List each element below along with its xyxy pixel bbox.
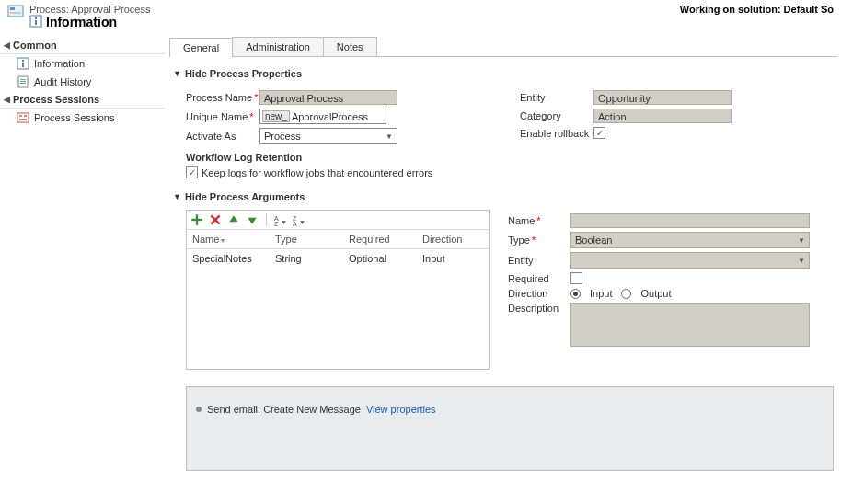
svg-rect-2 xyxy=(10,12,21,14)
process-icon xyxy=(7,4,24,22)
svg-marker-25 xyxy=(282,221,286,224)
sidebar-item-information[interactable]: Information xyxy=(0,54,165,73)
delete-icon[interactable] xyxy=(209,213,222,226)
window-header: Process: Approval Process Information Wo… xyxy=(0,0,841,33)
sort-asc-icon[interactable]: AZ xyxy=(274,213,287,226)
category-label: Category xyxy=(520,110,593,121)
add-icon[interactable] xyxy=(190,213,203,226)
direction-input-radio[interactable] xyxy=(570,289,581,299)
svg-rect-13 xyxy=(17,113,29,122)
tab-general[interactable]: General xyxy=(169,38,233,57)
page-title: Information xyxy=(46,15,117,29)
arg-description-field[interactable] xyxy=(570,303,810,347)
svg-rect-8 xyxy=(22,63,24,67)
svg-rect-14 xyxy=(19,115,22,117)
svg-rect-11 xyxy=(20,81,26,82)
tab-notes[interactable]: Notes xyxy=(323,37,377,56)
table-row[interactable]: SpecialNotes String Optional Input xyxy=(187,249,489,268)
direction-output-radio[interactable] xyxy=(621,289,631,299)
step-row[interactable]: Send email: Create New Message View prop… xyxy=(196,404,824,415)
svg-rect-16 xyxy=(19,119,27,120)
col-required[interactable]: Required xyxy=(343,230,417,248)
sort-desc-icon[interactable]: ZA xyxy=(293,213,305,226)
bullet-icon xyxy=(196,407,202,412)
view-properties-link[interactable]: View properties xyxy=(366,404,436,415)
move-down-icon[interactable] xyxy=(246,213,259,226)
arg-required-checkbox[interactable] xyxy=(570,272,582,284)
svg-marker-28 xyxy=(300,221,305,224)
entity-label: Entity xyxy=(520,92,593,103)
chevron-down-icon: ▼ xyxy=(173,192,181,201)
svg-marker-22 xyxy=(248,218,256,224)
svg-rect-18 xyxy=(191,219,202,221)
info-icon xyxy=(29,15,42,29)
argument-form: Name* Type* Boolean ▼ Entity ▼ xyxy=(508,210,837,370)
chevron-left-icon: ◀ xyxy=(4,40,13,50)
svg-rect-10 xyxy=(20,79,26,80)
steps-panel: Send email: Create New Message View prop… xyxy=(186,386,834,471)
chevron-down-icon: ▼ xyxy=(798,236,805,245)
chevron-down-icon: ▼ xyxy=(798,257,805,265)
svg-rect-1 xyxy=(10,7,15,10)
sidebar: ◀ Common Information Audit History ◀ Pro… xyxy=(0,33,166,500)
process-name-field[interactable]: Approval Process xyxy=(259,90,397,105)
unique-name-field[interactable]: new_ ApprovalProcess xyxy=(259,109,386,124)
solution-label: Working on solution: Default So xyxy=(680,4,834,15)
arg-name-field[interactable] xyxy=(570,213,810,228)
chevron-left-icon: ◀ xyxy=(4,95,13,104)
workflow-log-header: Workflow Log Retention xyxy=(186,152,503,163)
chevron-down-icon: ▼ xyxy=(173,69,181,78)
svg-rect-15 xyxy=(24,115,27,117)
svg-rect-7 xyxy=(22,60,24,62)
col-type[interactable]: Type xyxy=(270,230,343,248)
sidebar-group-common[interactable]: ◀ Common xyxy=(0,37,165,54)
svg-marker-21 xyxy=(229,215,237,222)
main-panel: General Administration Notes ▼ Hide Proc… xyxy=(166,33,841,500)
arg-entity-select[interactable]: ▼ xyxy=(570,252,810,269)
section-process-properties[interactable]: ▼ Hide Process Properties xyxy=(173,68,837,79)
tab-administration[interactable]: Administration xyxy=(232,37,324,56)
svg-rect-5 xyxy=(35,20,37,25)
breadcrumb: Process: Approval Process xyxy=(29,4,150,15)
activate-as-label: Activate As xyxy=(186,131,259,142)
section-process-arguments[interactable]: ▼ Hide Process Arguments xyxy=(173,191,837,202)
sidebar-item-process-sessions[interactable]: Process Sessions xyxy=(0,109,165,127)
keep-logs-label: Keep logs for workflow jobs that encount… xyxy=(202,167,432,178)
svg-text:A: A xyxy=(293,221,297,226)
enable-rollback-label: Enable rollback xyxy=(520,128,593,139)
arg-type-select[interactable]: Boolean ▼ xyxy=(570,232,810,248)
chevron-down-icon: ▼ xyxy=(386,132,393,141)
keep-logs-checkbox[interactable]: ✓ xyxy=(186,166,198,178)
grid-header-row: Name Type Required Direction xyxy=(187,230,489,249)
svg-rect-4 xyxy=(35,17,37,19)
svg-rect-0 xyxy=(8,6,23,17)
col-name[interactable]: Name xyxy=(187,230,270,248)
arguments-grid: AZ ZA Name Type Required Direction Speci… xyxy=(186,210,490,370)
process-name-label: Process Name* xyxy=(186,92,259,103)
entity-field: Opportunity xyxy=(593,90,732,105)
category-field: Action xyxy=(593,109,732,123)
svg-text:Z: Z xyxy=(274,221,279,226)
tab-bar: General Administration Notes xyxy=(169,37,837,57)
step-text: Send email: Create New Message xyxy=(207,404,361,415)
sidebar-item-audit-history[interactable]: Audit History xyxy=(0,73,165,91)
col-direction[interactable]: Direction xyxy=(417,230,481,248)
unique-name-prefix: new_ xyxy=(262,110,290,122)
activate-as-select[interactable]: Process ▼ xyxy=(259,128,397,144)
move-up-icon[interactable] xyxy=(227,213,240,226)
sidebar-group-sessions[interactable]: ◀ Process Sessions xyxy=(0,91,165,109)
grid-toolbar: AZ ZA xyxy=(187,211,489,230)
unique-name-label: Unique Name* xyxy=(186,111,259,122)
svg-rect-12 xyxy=(20,83,26,84)
enable-rollback-checkbox[interactable]: ✓ xyxy=(593,127,605,139)
